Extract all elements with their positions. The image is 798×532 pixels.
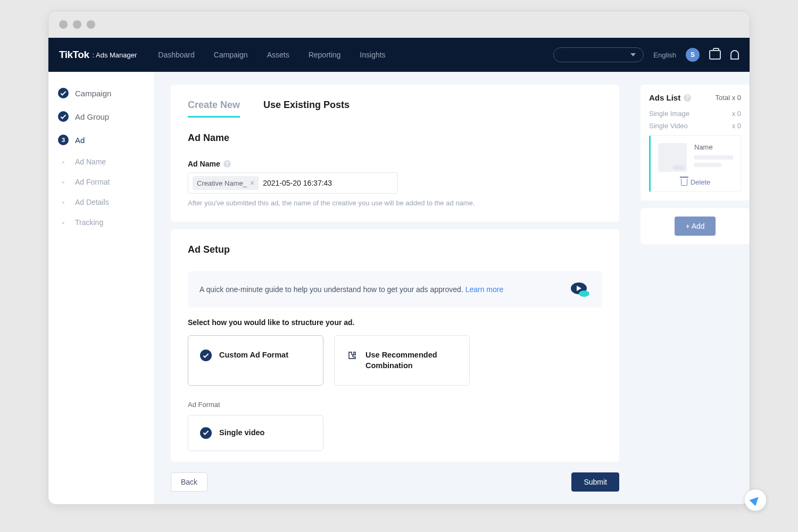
trash-icon [681,179,687,186]
placeholder-line [694,163,721,167]
add-button[interactable]: + Add [675,217,715,236]
row-label: Single Image [649,110,689,118]
help-icon[interactable]: ? [684,94,691,102]
nav-assets[interactable]: Assets [267,51,289,59]
learn-more-link[interactable]: Learn more [466,285,504,294]
step-ad-group[interactable]: Ad Group [48,105,154,128]
structure-options: Custom Ad Format Use Recommended Combina… [188,335,602,386]
check-icon [58,88,69,98]
brand-subtitle: : Ads Manager [92,51,137,59]
notice-text: A quick one-minute guide to help you und… [200,284,568,295]
nav-campaign[interactable]: Campaign [214,51,248,59]
chevron-down-icon [630,53,636,56]
notice-body: A quick one-minute guide to help you und… [200,285,466,294]
svg-point-2 [579,290,589,297]
window-titlebar [48,11,750,38]
option-label: Custom Ad Format [219,350,288,360]
option-recommended[interactable]: Use Recommended Combination [334,335,470,386]
step-label: Ad Group [75,112,109,121]
ads-list-total: Total x 0 [716,94,741,102]
form-footer: Back Submit [171,469,619,492]
delete-button[interactable]: Delete [658,178,733,186]
creative-name-chip: Creative Name_ × [193,176,259,190]
step-campaign[interactable]: Campaign [48,81,154,105]
puzzle-icon [346,350,358,361]
chip-text: Creative Name_ [197,179,247,187]
check-icon [200,350,212,361]
main-content: Create New Use Existing Posts Ad Name Ad… [155,72,635,504]
option-custom-format[interactable]: Custom Ad Format [188,335,323,386]
substep-ad-name[interactable]: Ad Name [48,152,154,172]
row-count: x 0 [732,122,741,130]
step-label: Ad [75,136,85,145]
placeholder-line [694,155,733,160]
step-label: Campaign [75,89,111,98]
top-nav: TikTok : Ads Manager Dashboard Campaign … [48,38,750,72]
right-panel: Ads List? Total x 0 Single Image x 0 Sin… [635,72,750,504]
tab-create-new[interactable]: Create New [188,99,240,118]
ad-setup-card: Ad Setup A quick one-minute guide to hel… [171,229,619,462]
add-ad-card: + Add [641,208,750,244]
ad-name-label: Ad Name ? [188,160,602,168]
step-number: 3 [58,135,69,145]
nav-items: Dashboard Campaign Assets Reporting Insi… [158,51,385,59]
send-icon [750,494,762,506]
substep-ad-format[interactable]: Ad Format [48,172,154,192]
briefcase-icon[interactable] [709,50,721,60]
ad-format-label: Ad Format [188,401,602,409]
bell-icon[interactable] [730,50,739,60]
step-ad[interactable]: 3 Ad [48,128,154,152]
chip-remove-icon[interactable]: × [250,179,254,187]
ads-list-card: Ads List? Total x 0 Single Image x 0 Sin… [641,85,750,201]
check-icon [58,111,69,122]
approval-notice: A quick one-minute guide to help you und… [188,271,602,307]
ad-name-card: Create New Use Existing Posts Ad Name Ad… [171,85,619,222]
tab-use-existing[interactable]: Use Existing Posts [263,99,350,118]
list-row-image: Single Image x 0 [649,110,741,118]
ads-list-title: Ads List [649,93,680,102]
user-avatar[interactable]: S [686,48,700,62]
ad-name-hint: After you've submitted this ad, the name… [188,199,602,207]
app-body: Campaign Ad Group 3 Ad Ad Name Ad Format… [48,72,750,504]
delete-label: Delete [691,178,711,186]
window-dot [73,20,81,29]
sidebar: Campaign Ad Group 3 Ad Ad Name Ad Format… [48,72,155,504]
ads-list-header: Ads List? Total x 0 [649,93,741,102]
ad-setup-heading: Ad Setup [188,244,602,255]
tabs: Create New Use Existing Posts [188,99,602,118]
ad-preview: Name Delete [649,135,741,192]
preview-thumbnail [658,143,687,172]
account-dropdown[interactable] [553,47,644,62]
substep-tracking[interactable]: Tracking [48,212,154,232]
ad-name-input-wrap[interactable]: Creative Name_ × [188,172,398,194]
format-label: Single video [219,427,264,438]
preview-row: Name [658,143,733,172]
back-button[interactable]: Back [171,472,207,492]
brand-logo: TikTok [59,49,89,61]
option-label: Use Recommended Combination [365,350,458,371]
preview-meta: Name [694,143,733,172]
preview-name-label: Name [694,143,733,151]
list-row-video: Single Video x 0 [649,122,741,130]
nav-insights[interactable]: Insights [360,51,385,59]
format-single-video[interactable]: Single video [188,415,323,451]
ad-name-heading: Ad Name [188,132,602,144]
help-icon[interactable]: ? [223,160,231,168]
browser-window: TikTok : Ads Manager Dashboard Campaign … [48,11,750,505]
nav-dashboard[interactable]: Dashboard [158,51,195,59]
ad-name-input[interactable] [263,179,393,187]
check-icon [200,427,212,439]
row-label: Single Video [649,122,688,130]
substep-ad-details[interactable]: Ad Details [48,192,154,212]
submit-button[interactable]: Submit [571,472,619,492]
nav-right: English S [553,47,739,62]
nav-reporting[interactable]: Reporting [309,51,341,59]
language-selector[interactable]: English [653,51,676,59]
window-dot [87,20,95,29]
help-fab[interactable] [745,489,766,511]
video-guide-icon [568,281,591,298]
row-count: x 0 [732,110,741,118]
ad-name-label-text: Ad Name [188,160,220,168]
window-dot [59,20,68,29]
select-structure-text: Select how you would like to structure y… [188,318,602,327]
